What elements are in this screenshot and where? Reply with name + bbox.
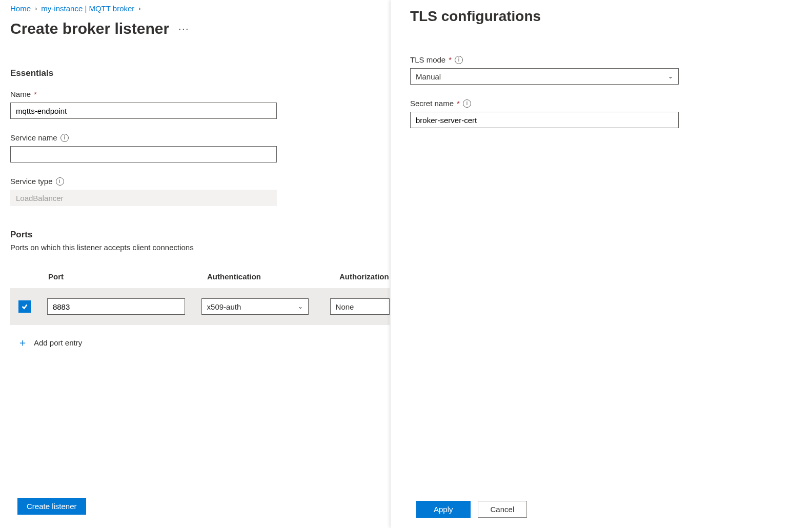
tls-mode-value: Manual — [416, 72, 441, 81]
authentication-select[interactable]: x509-auth ⌄ — [201, 298, 309, 315]
tls-mode-select[interactable]: Manual ⌄ — [410, 68, 679, 85]
tls-mode-field: TLS mode * i Manual ⌄ — [410, 55, 812, 85]
tls-config-panel: TLS configurations TLS mode * i Manual ⌄… — [391, 0, 812, 528]
authorization-value: None — [336, 302, 354, 311]
col-azn: Authorization — [339, 272, 390, 281]
chevron-right-icon: › — [35, 5, 37, 12]
breadcrumb-home[interactable]: Home — [10, 4, 31, 13]
apply-button[interactable]: Apply — [416, 501, 471, 518]
more-actions-icon[interactable]: ··· — [178, 24, 189, 34]
panel-title: TLS configurations — [410, 8, 812, 25]
service-type-field: Service type i — [10, 177, 384, 206]
breadcrumb: Home › my-instance | MQTT broker › — [10, 0, 390, 20]
port-input[interactable] — [47, 298, 185, 315]
breadcrumb-instance[interactable]: my-instance | MQTT broker — [41, 4, 134, 13]
essentials-heading: Essentials — [10, 68, 384, 78]
service-name-input[interactable] — [10, 146, 277, 163]
required-icon: * — [457, 99, 460, 108]
create-listener-button[interactable]: Create listener — [17, 498, 86, 515]
chevron-down-icon: ⌄ — [668, 73, 673, 80]
essentials-section: Essentials Name * Service name i Service… — [10, 68, 390, 206]
secret-name-label: Secret name — [410, 99, 454, 108]
chevron-right-icon: › — [138, 5, 140, 12]
main-pane: Home › my-instance | MQTT broker › Creat… — [0, 0, 390, 528]
ports-table-header: Port Authentication Authorization — [10, 272, 390, 288]
name-label: Name — [10, 90, 31, 98]
name-input[interactable] — [10, 103, 277, 119]
info-icon[interactable]: i — [455, 56, 463, 64]
info-icon[interactable]: i — [463, 99, 471, 108]
plus-icon: ＋ — [17, 337, 28, 348]
table-row: x509-auth ⌄ None — [10, 288, 390, 325]
service-type-input — [10, 190, 277, 206]
tls-mode-label: TLS mode — [410, 55, 445, 64]
info-icon[interactable]: i — [56, 177, 64, 186]
add-port-entry[interactable]: ＋ Add port entry — [10, 337, 390, 348]
info-icon[interactable]: i — [60, 134, 69, 142]
service-type-label: Service type — [10, 177, 53, 186]
ports-description: Ports on which this listener accepts cli… — [10, 243, 390, 252]
authorization-select[interactable]: None — [330, 298, 390, 315]
chevron-down-icon: ⌄ — [298, 303, 303, 310]
required-icon: * — [449, 55, 452, 64]
check-icon — [21, 303, 28, 310]
col-auth: Authentication — [207, 272, 339, 281]
secret-name-input[interactable] — [410, 112, 679, 128]
col-port: Port — [48, 272, 207, 281]
service-name-label: Service name — [10, 133, 57, 142]
cancel-button[interactable]: Cancel — [478, 501, 527, 518]
name-field: Name * — [10, 90, 384, 119]
authentication-value: x509-auth — [207, 302, 241, 311]
ports-section: Ports Ports on which this listener accep… — [10, 230, 390, 348]
required-icon: * — [34, 90, 37, 98]
add-port-label: Add port entry — [34, 338, 82, 347]
ports-heading: Ports — [10, 230, 390, 240]
page-title: Create broker listener — [10, 20, 169, 37]
service-name-field: Service name i — [10, 133, 384, 163]
secret-name-field: Secret name * i — [410, 99, 812, 128]
row-checkbox[interactable] — [18, 300, 31, 313]
